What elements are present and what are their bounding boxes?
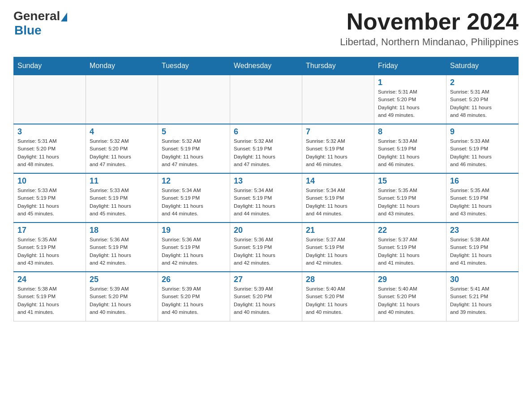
day-number: 8 bbox=[378, 127, 442, 137]
day-info: Sunrise: 5:35 AMSunset: 5:19 PMDaylight:… bbox=[17, 236, 82, 267]
day-info: Sunrise: 5:31 AMSunset: 5:20 PMDaylight:… bbox=[450, 88, 515, 119]
col-header-wednesday: Wednesday bbox=[230, 57, 302, 75]
day-number: 14 bbox=[306, 176, 370, 186]
day-info: Sunrise: 5:38 AMSunset: 5:19 PMDaylight:… bbox=[450, 236, 515, 267]
day-number: 13 bbox=[234, 176, 298, 186]
day-number: 18 bbox=[90, 226, 154, 235]
day-number: 26 bbox=[162, 275, 226, 284]
day-number: 7 bbox=[306, 127, 370, 137]
day-cell: 13Sunrise: 5:34 AMSunset: 5:19 PMDayligh… bbox=[230, 173, 302, 223]
day-number: 22 bbox=[378, 226, 442, 235]
day-number: 28 bbox=[306, 275, 370, 284]
day-cell: 22Sunrise: 5:37 AMSunset: 5:19 PMDayligh… bbox=[374, 223, 446, 272]
day-cell: 8Sunrise: 5:33 AMSunset: 5:19 PMDaylight… bbox=[374, 124, 446, 173]
day-cell: 12Sunrise: 5:34 AMSunset: 5:19 PMDayligh… bbox=[158, 173, 230, 223]
day-number: 4 bbox=[90, 127, 154, 137]
day-cell: 16Sunrise: 5:35 AMSunset: 5:19 PMDayligh… bbox=[446, 173, 519, 223]
logo: General Blue bbox=[13, 9, 67, 38]
col-header-tuesday: Tuesday bbox=[158, 57, 230, 75]
day-cell: 26Sunrise: 5:39 AMSunset: 5:20 PMDayligh… bbox=[158, 272, 230, 321]
day-info: Sunrise: 5:35 AMSunset: 5:19 PMDaylight:… bbox=[450, 187, 515, 218]
day-number: 25 bbox=[90, 275, 154, 284]
calendar-table: SundayMondayTuesdayWednesdayThursdayFrid… bbox=[13, 57, 519, 321]
day-number: 21 bbox=[306, 226, 370, 235]
day-cell: 9Sunrise: 5:33 AMSunset: 5:19 PMDaylight… bbox=[446, 124, 519, 173]
day-cell: 28Sunrise: 5:40 AMSunset: 5:20 PMDayligh… bbox=[302, 272, 374, 321]
week-row-3: 10Sunrise: 5:33 AMSunset: 5:19 PMDayligh… bbox=[14, 173, 519, 223]
day-cell: 25Sunrise: 5:39 AMSunset: 5:20 PMDayligh… bbox=[86, 272, 158, 321]
day-number: 1 bbox=[378, 78, 442, 87]
day-cell: 23Sunrise: 5:38 AMSunset: 5:19 PMDayligh… bbox=[446, 223, 519, 272]
day-cell: 24Sunrise: 5:38 AMSunset: 5:19 PMDayligh… bbox=[14, 272, 86, 321]
day-number: 24 bbox=[17, 275, 82, 284]
logo-general-text: General bbox=[13, 9, 60, 23]
day-cell: 17Sunrise: 5:35 AMSunset: 5:19 PMDayligh… bbox=[14, 223, 86, 272]
col-header-thursday: Thursday bbox=[302, 57, 374, 75]
day-number: 27 bbox=[234, 275, 298, 284]
day-cell: 18Sunrise: 5:36 AMSunset: 5:19 PMDayligh… bbox=[86, 223, 158, 272]
day-info: Sunrise: 5:38 AMSunset: 5:19 PMDaylight:… bbox=[17, 285, 82, 316]
day-info: Sunrise: 5:37 AMSunset: 5:19 PMDaylight:… bbox=[306, 236, 370, 267]
day-number: 15 bbox=[378, 176, 442, 186]
logo-blue-text: Blue bbox=[14, 23, 42, 38]
location-subtitle: Libertad, Northern Mindanao, Philippines bbox=[340, 36, 519, 48]
week-row-4: 17Sunrise: 5:35 AMSunset: 5:19 PMDayligh… bbox=[14, 223, 519, 272]
day-number: 10 bbox=[17, 176, 82, 186]
day-cell bbox=[86, 75, 158, 124]
week-row-5: 24Sunrise: 5:38 AMSunset: 5:19 PMDayligh… bbox=[14, 272, 519, 321]
title-section: November 2024 Libertad, Northern Mindana… bbox=[340, 9, 519, 48]
day-cell bbox=[158, 75, 230, 124]
day-info: Sunrise: 5:32 AMSunset: 5:19 PMDaylight:… bbox=[306, 137, 370, 168]
day-number: 20 bbox=[234, 226, 298, 235]
day-info: Sunrise: 5:36 AMSunset: 5:19 PMDaylight:… bbox=[234, 236, 298, 267]
day-number: 29 bbox=[378, 275, 442, 284]
day-number: 6 bbox=[234, 127, 298, 137]
day-info: Sunrise: 5:39 AMSunset: 5:20 PMDaylight:… bbox=[90, 285, 154, 316]
day-info: Sunrise: 5:35 AMSunset: 5:19 PMDaylight:… bbox=[378, 187, 442, 218]
day-cell: 14Sunrise: 5:34 AMSunset: 5:19 PMDayligh… bbox=[302, 173, 374, 223]
day-cell bbox=[14, 75, 86, 124]
day-info: Sunrise: 5:33 AMSunset: 5:19 PMDaylight:… bbox=[17, 187, 82, 218]
week-row-2: 3Sunrise: 5:31 AMSunset: 5:20 PMDaylight… bbox=[14, 124, 519, 173]
day-info: Sunrise: 5:33 AMSunset: 5:19 PMDaylight:… bbox=[90, 187, 154, 218]
logo-triangle-icon bbox=[61, 13, 67, 21]
month-year-title: November 2024 bbox=[340, 9, 519, 34]
col-header-friday: Friday bbox=[374, 57, 446, 75]
day-number: 23 bbox=[450, 226, 515, 235]
day-cell: 3Sunrise: 5:31 AMSunset: 5:20 PMDaylight… bbox=[14, 124, 86, 173]
day-cell: 11Sunrise: 5:33 AMSunset: 5:19 PMDayligh… bbox=[86, 173, 158, 223]
day-number: 12 bbox=[162, 176, 226, 186]
day-cell bbox=[230, 75, 302, 124]
day-number: 11 bbox=[90, 176, 154, 186]
day-cell: 5Sunrise: 5:32 AMSunset: 5:19 PMDaylight… bbox=[158, 124, 230, 173]
day-cell bbox=[302, 75, 374, 124]
day-cell: 30Sunrise: 5:41 AMSunset: 5:21 PMDayligh… bbox=[446, 272, 519, 321]
day-info: Sunrise: 5:31 AMSunset: 5:20 PMDaylight:… bbox=[17, 137, 82, 168]
day-info: Sunrise: 5:32 AMSunset: 5:20 PMDaylight:… bbox=[90, 137, 154, 168]
col-header-sunday: Sunday bbox=[14, 57, 86, 75]
day-cell: 10Sunrise: 5:33 AMSunset: 5:19 PMDayligh… bbox=[14, 173, 86, 223]
day-cell: 27Sunrise: 5:39 AMSunset: 5:20 PMDayligh… bbox=[230, 272, 302, 321]
day-info: Sunrise: 5:34 AMSunset: 5:19 PMDaylight:… bbox=[306, 187, 370, 218]
day-cell: 7Sunrise: 5:32 AMSunset: 5:19 PMDaylight… bbox=[302, 124, 374, 173]
col-header-saturday: Saturday bbox=[446, 57, 519, 75]
page-header: General Blue November 2024 Libertad, Nor… bbox=[13, 9, 519, 48]
day-cell: 6Sunrise: 5:32 AMSunset: 5:19 PMDaylight… bbox=[230, 124, 302, 173]
day-number: 5 bbox=[162, 127, 226, 137]
day-info: Sunrise: 5:37 AMSunset: 5:19 PMDaylight:… bbox=[378, 236, 442, 267]
day-info: Sunrise: 5:32 AMSunset: 5:19 PMDaylight:… bbox=[162, 137, 226, 168]
day-cell: 20Sunrise: 5:36 AMSunset: 5:19 PMDayligh… bbox=[230, 223, 302, 272]
day-number: 9 bbox=[450, 127, 515, 137]
day-number: 17 bbox=[17, 226, 82, 235]
day-info: Sunrise: 5:36 AMSunset: 5:19 PMDaylight:… bbox=[162, 236, 226, 267]
day-cell: 19Sunrise: 5:36 AMSunset: 5:19 PMDayligh… bbox=[158, 223, 230, 272]
day-info: Sunrise: 5:41 AMSunset: 5:21 PMDaylight:… bbox=[450, 285, 515, 316]
calendar-header-row: SundayMondayTuesdayWednesdayThursdayFrid… bbox=[14, 57, 519, 75]
day-info: Sunrise: 5:39 AMSunset: 5:20 PMDaylight:… bbox=[234, 285, 298, 316]
day-info: Sunrise: 5:33 AMSunset: 5:19 PMDaylight:… bbox=[450, 137, 515, 168]
day-number: 16 bbox=[450, 176, 515, 186]
day-info: Sunrise: 5:39 AMSunset: 5:20 PMDaylight:… bbox=[162, 285, 226, 316]
day-cell: 1Sunrise: 5:31 AMSunset: 5:20 PMDaylight… bbox=[374, 75, 446, 124]
day-number: 19 bbox=[162, 226, 226, 235]
day-number: 30 bbox=[450, 275, 515, 284]
